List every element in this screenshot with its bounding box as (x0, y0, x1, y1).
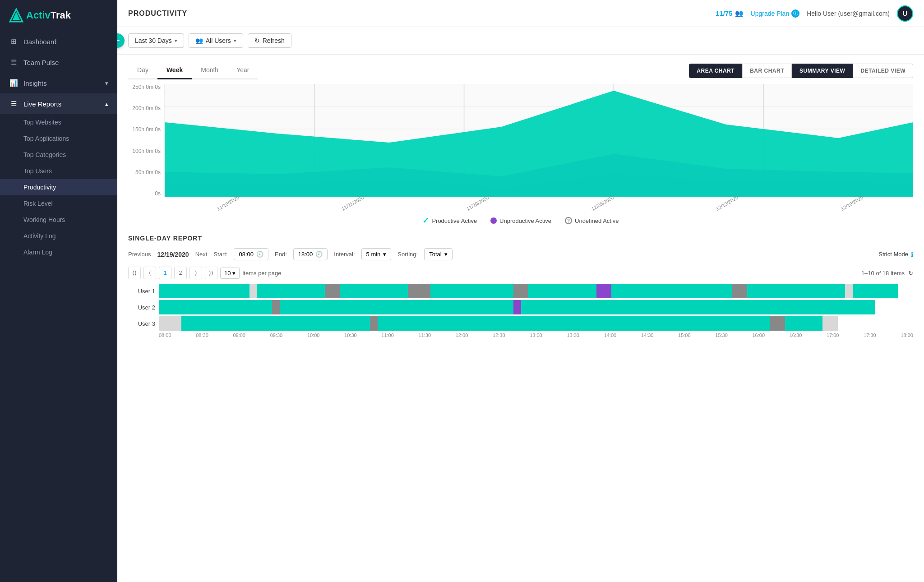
area-chart-button[interactable]: AREA CHART (689, 64, 742, 78)
per-page-select[interactable]: 10 ▾ (220, 268, 240, 279)
prev-page-button[interactable]: ⟨ (143, 267, 156, 279)
user-avatar[interactable]: U (897, 5, 913, 22)
y-label: 100h 0m 0s (128, 148, 161, 154)
users-count: 11/75 👥 (716, 9, 744, 18)
next-button[interactable]: Next (195, 251, 208, 258)
detailed-view-button[interactable]: DETAILED VIEW (853, 64, 913, 78)
content-area: − Last 30 Days ▾ 👥 All Users ▾ ↻ Refresh… (117, 27, 924, 582)
chevron-down-icon: ▾ (105, 80, 108, 87)
users-filter[interactable]: 👥 All Users ▾ (189, 33, 243, 48)
x-label: 12/19/2020 (840, 194, 864, 212)
tab-month[interactable]: Month (192, 62, 227, 79)
time-label: 09:00 (233, 333, 245, 338)
timeline-container: User 1 (128, 284, 913, 338)
upgrade-plan-button[interactable]: Upgrade Plan ⓘ (751, 9, 800, 18)
last-page-button[interactable]: ⟩⟩ (205, 267, 217, 279)
sidebar-item-live-reports[interactable]: ☰ Live Reports ▴ (0, 93, 117, 114)
page-title: PRODUCTIVITY (128, 9, 707, 18)
time-label: 16:00 (753, 333, 765, 338)
insights-icon: 📊 (9, 79, 18, 87)
chevron-up-icon: ▴ (105, 101, 108, 107)
strict-mode-toggle[interactable]: Strict Mode ℹ (878, 251, 913, 258)
end-time-input[interactable]: 18:00 🕗 (293, 248, 328, 260)
y-label: 0s (128, 190, 161, 197)
y-label: 200h 0m 0s (128, 105, 161, 111)
sidebar-item-dashboard[interactable]: ⊞ Dashboard (0, 31, 117, 52)
items-count: 1–10 of 18 items ↻ (861, 270, 913, 277)
hello-user-text: Hello User (user@gmail.com) (807, 10, 890, 17)
time-label: 11:30 (419, 333, 431, 338)
chevron-down-icon: ▾ (175, 38, 177, 44)
tab-year[interactable]: Year (227, 62, 258, 79)
sidebar-item-top-websites[interactable]: Top Websites (0, 114, 117, 130)
date-range-filter[interactable]: Last 30 Days ▾ (128, 33, 184, 48)
sidebar-item-top-applications[interactable]: Top Applications (0, 130, 117, 147)
sidebar-item-top-users[interactable]: Top Users (0, 163, 117, 179)
time-label: 13:00 (530, 333, 542, 338)
y-label: 150h 0m 0s (128, 126, 161, 133)
start-time-input[interactable]: 08:00 🕗 (234, 248, 268, 260)
area-chart-container: 250h 0m 0s 200h 0m 0s 150h 0m 0s 100h 0m… (128, 84, 913, 210)
previous-button[interactable]: Previous (128, 251, 151, 258)
single-day-section: SINGLE-DAY REPORT Previous 12/19/2020 Ne… (117, 227, 924, 345)
info-icon: ℹ (911, 251, 913, 258)
page-1-button[interactable]: 1 (159, 267, 171, 279)
time-label: 14:30 (641, 333, 654, 338)
time-label: 15:00 (678, 333, 691, 338)
topbar: PRODUCTIVITY 11/75 👥 Upgrade Plan ⓘ Hell… (117, 0, 924, 27)
sidebar-item-label: Live Reports (23, 100, 61, 108)
single-day-title: SINGLE-DAY REPORT (128, 235, 913, 242)
sidebar-item-working-hours[interactable]: Working Hours (0, 212, 117, 228)
sidebar-item-alarm-log[interactable]: Alarm Log (0, 244, 117, 260)
x-label: 12/13/2020 (715, 194, 739, 212)
time-label: 10:30 (344, 333, 357, 338)
tab-week[interactable]: Week (157, 62, 192, 79)
time-label: 13:30 (567, 333, 579, 338)
bar-chart-button[interactable]: BAR CHART (742, 64, 792, 78)
sidebar-item-label: Dashboard (23, 38, 56, 46)
interval-select[interactable]: 5 min ▾ (361, 248, 392, 260)
chevron-down-icon: ▾ (234, 38, 236, 44)
sorting-select[interactable]: Total ▾ (424, 248, 452, 260)
first-page-button[interactable]: ⟨⟨ (128, 267, 141, 279)
sidebar-item-top-categories[interactable]: Top Categories (0, 147, 117, 163)
legend-unproductive: Unproductive Active (490, 216, 551, 226)
sidebar-item-team-pulse[interactable]: ☰ Team Pulse (0, 52, 117, 73)
collapse-button[interactable]: − (117, 33, 125, 48)
single-day-controls: Previous 12/19/2020 Next Start: 08:00 🕗 … (128, 248, 913, 260)
clock-icon: 🕗 (315, 251, 323, 258)
timeline-bar-user2 (159, 300, 913, 314)
timeline-bar-user1 (159, 284, 913, 298)
summary-view-button[interactable]: SUMMARY VIEW (792, 64, 853, 78)
timeline-bar-user3 (159, 316, 913, 331)
chart-svg (165, 84, 913, 197)
items-per-page-label: items per page (242, 270, 281, 277)
topbar-right: 11/75 👥 Upgrade Plan ⓘ Hello User (user@… (716, 5, 913, 22)
dashboard-icon: ⊞ (9, 37, 18, 46)
upgrade-icon: ⓘ (791, 9, 799, 18)
x-label: 11/21/2020 (341, 194, 365, 212)
sidebar-item-productivity[interactable]: Productivity (0, 179, 117, 195)
table-row: User 3 (128, 316, 913, 331)
refresh-icon-button[interactable]: ↻ (908, 270, 913, 277)
refresh-icon: ↻ (254, 37, 260, 44)
sidebar-item-risk-level[interactable]: Risk Level (0, 195, 117, 212)
users-icon: 👥 (735, 9, 744, 18)
logo-icon (9, 8, 23, 23)
sidebar-item-label: Team Pulse (23, 59, 59, 66)
time-label: 17:00 (827, 333, 839, 338)
page-2-button[interactable]: 2 (174, 267, 187, 279)
main-content: PRODUCTIVITY 11/75 👥 Upgrade Plan ⓘ Hell… (117, 0, 924, 582)
time-label: 09:30 (270, 333, 283, 338)
sidebar-item-insights[interactable]: 📊 Insights ▾ (0, 73, 117, 93)
chart-top-row: Day Week Month Year AREA CHART BAR CHART… (128, 62, 913, 79)
user-label: User 1 (128, 288, 155, 295)
next-page-button[interactable]: ⟩ (189, 267, 202, 279)
refresh-button[interactable]: ↻ Refresh (248, 33, 291, 48)
time-label: 14:00 (604, 333, 617, 338)
time-label: 08:30 (196, 333, 208, 338)
live-reports-icon: ☰ (9, 100, 18, 108)
time-label: 16:30 (790, 333, 802, 338)
tab-day[interactable]: Day (128, 62, 157, 79)
sidebar-item-activity-log[interactable]: Activity Log (0, 228, 117, 244)
